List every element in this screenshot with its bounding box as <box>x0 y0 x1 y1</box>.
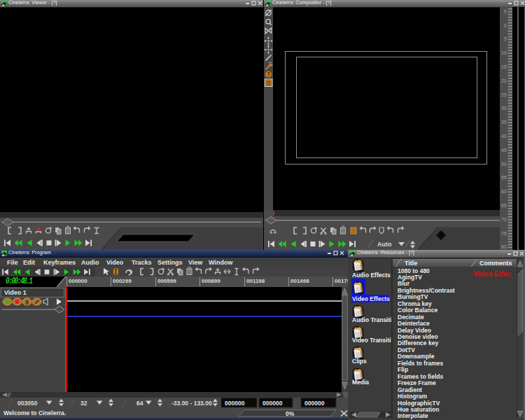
svg-text:60: 60 <box>501 188 507 195</box>
svg-text:10: 10 <box>501 50 507 56</box>
svg-text:0: 0 <box>504 22 507 29</box>
svg-text:80: 80 <box>501 244 507 250</box>
svg-text:50: 50 <box>501 161 507 167</box>
svg-text:5: 5 <box>504 8 507 15</box>
svg-text:32: 32 <box>80 400 88 407</box>
svg-text:25: 25 <box>501 92 507 98</box>
svg-text:20: 20 <box>501 78 507 84</box>
svg-text:15: 15 <box>501 64 507 70</box>
svg-text:8: 8 <box>25 299 29 306</box>
svg-text:000000: 000000 <box>304 400 325 407</box>
svg-text:75: 75 <box>501 230 507 237</box>
svg-text:35: 35 <box>501 119 507 125</box>
svg-text:000000: 000000 <box>225 400 245 407</box>
svg-text:40: 40 <box>501 133 507 139</box>
svg-text:5: 5 <box>504 36 507 42</box>
svg-text:55: 55 <box>501 174 507 181</box>
svg-text:70: 70 <box>501 216 507 223</box>
svg-text:0%: 0% <box>286 410 295 417</box>
svg-text:-33.00 - 133.00: -33.00 - 133.00 <box>172 400 212 407</box>
svg-text:Comments: Comments <box>479 260 512 267</box>
svg-text:Title: Title <box>405 260 417 267</box>
svg-text:30: 30 <box>501 105 507 111</box>
svg-text:003050: 003050 <box>18 400 38 407</box>
svg-text:65: 65 <box>501 202 507 209</box>
svg-text:45: 45 <box>501 147 507 153</box>
svg-text:64: 64 <box>136 400 144 407</box>
svg-text:000000: 000000 <box>262 400 283 407</box>
